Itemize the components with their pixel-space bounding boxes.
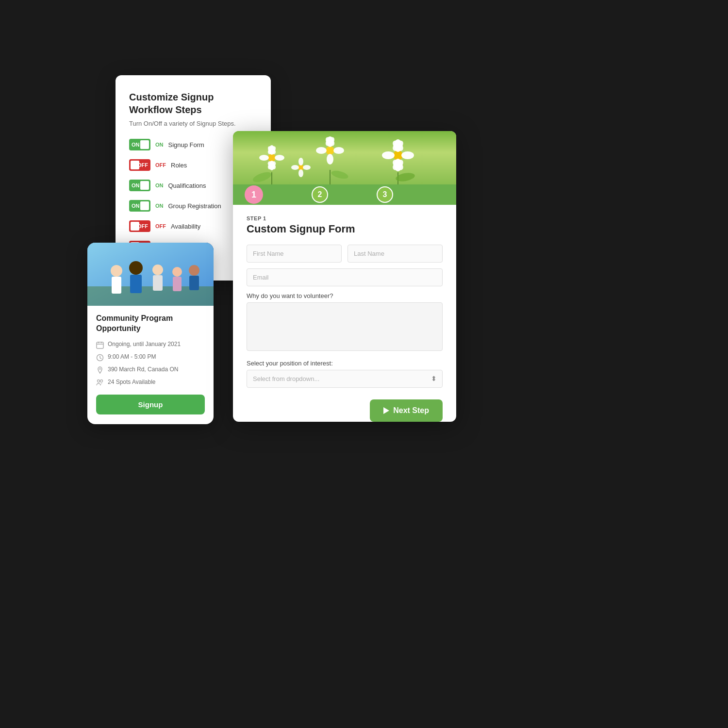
svg-point-2 xyxy=(111,265,122,277)
customize-subtitle: Turn On/Off a variety of Signup Steps. xyxy=(129,120,257,127)
toggle-signup-form[interactable]: ON xyxy=(129,139,150,150)
toggle-status-availability: OFF xyxy=(155,223,166,229)
toggle-group-registration[interactable]: ON xyxy=(129,200,150,212)
select-wrapper: Select from dropdown... ⬍ xyxy=(247,370,443,388)
toggle-on-label: ON xyxy=(132,182,140,188)
people-icon xyxy=(96,379,104,387)
time-row: 9:00 AM - 5:00 PM xyxy=(96,353,205,362)
step-3-number: 3 xyxy=(383,190,387,199)
svg-point-52 xyxy=(303,165,311,170)
location-text: 390 March Rd, Canada ON xyxy=(108,366,178,373)
location-row: 390 March Rd, Canada ON xyxy=(96,366,205,374)
email-row xyxy=(247,268,443,286)
toggle-name-availability: Availability xyxy=(171,223,200,230)
svg-rect-5 xyxy=(130,275,142,293)
svg-point-20 xyxy=(98,380,100,382)
last-name-input[interactable] xyxy=(347,245,443,263)
svg-point-21 xyxy=(100,380,103,382)
toggle-knob xyxy=(140,140,149,149)
textarea-label: Why do you want to volunteer? xyxy=(247,292,443,299)
step-label: STEP 1 xyxy=(247,215,443,221)
volunteer-reason-textarea[interactable] xyxy=(247,302,443,351)
form-body: STEP 1 Custom Signup Form Why do you wan… xyxy=(233,205,456,413)
time-text: 9:00 AM - 5:00 PM xyxy=(108,353,156,360)
mobile-panel: Community Program Opportunity Ongoing, u… xyxy=(87,243,214,424)
svg-rect-11 xyxy=(189,276,199,290)
svg-point-34 xyxy=(327,154,333,165)
flower-image xyxy=(233,131,456,184)
location-icon xyxy=(96,366,104,374)
next-step-button[interactable]: Next Step xyxy=(370,399,443,422)
toggle-name-signup-form: Signup Form xyxy=(168,141,204,149)
spots-row: 24 Spots Available xyxy=(96,379,205,387)
svg-point-36 xyxy=(333,147,344,154)
svg-point-8 xyxy=(172,267,182,277)
svg-point-23 xyxy=(268,154,276,162)
name-row xyxy=(247,245,443,263)
svg-point-43 xyxy=(401,151,414,159)
clock-icon xyxy=(96,354,104,362)
form-panel: 1 2 3 STEP 1 Custom Signup Form Why do y… xyxy=(233,131,456,422)
toggle-name-roles: Roles xyxy=(171,162,187,169)
svg-point-4 xyxy=(129,261,143,275)
date-text: Ongoing, until January 2021 xyxy=(108,341,181,347)
toggle-name-qualifications: Qualifications xyxy=(168,182,206,189)
steps-bar: 1 2 3 xyxy=(233,184,456,205)
customize-title: Customize Signup Workflow Steps xyxy=(129,91,257,116)
mobile-card-content: Community Program Opportunity Ongoing, u… xyxy=(87,306,214,424)
step-2-number: 2 xyxy=(318,190,322,199)
svg-line-18 xyxy=(100,358,101,359)
play-icon xyxy=(383,407,389,414)
next-step-label: Next Step xyxy=(393,406,429,415)
svg-point-42 xyxy=(382,151,395,159)
svg-point-50 xyxy=(298,169,303,177)
step-1-circle[interactable]: 1 xyxy=(245,185,263,204)
toggle-qualifications[interactable]: ON xyxy=(129,180,150,191)
svg-point-27 xyxy=(275,155,284,161)
svg-point-6 xyxy=(152,265,163,275)
step-1-number: 1 xyxy=(251,190,256,200)
calendar-icon xyxy=(96,341,104,349)
toggle-status-group-reg: ON xyxy=(155,203,164,209)
toggle-status-signup-form: ON xyxy=(155,142,164,148)
toggle-off-label: OFF xyxy=(137,223,148,229)
svg-point-51 xyxy=(291,165,299,170)
toggle-roles[interactable]: OFF xyxy=(129,159,150,171)
community-image-svg xyxy=(87,243,214,306)
toggle-on-label: ON xyxy=(132,142,140,148)
svg-point-19 xyxy=(99,368,101,369)
svg-point-10 xyxy=(189,265,199,276)
community-image xyxy=(87,243,214,306)
toggle-knob xyxy=(140,201,149,210)
toggle-status-roles: OFF xyxy=(155,162,166,168)
spots-text: 24 Spots Available xyxy=(108,379,156,385)
svg-rect-9 xyxy=(173,277,182,291)
svg-point-49 xyxy=(298,158,303,165)
step-2-circle[interactable]: 2 xyxy=(312,186,328,203)
date-row: Ongoing, until January 2021 xyxy=(96,341,205,349)
svg-rect-12 xyxy=(97,342,103,348)
toggle-availability[interactable]: OFF xyxy=(129,220,150,232)
toggle-knob xyxy=(140,181,149,190)
toggle-off-label: OFF xyxy=(137,162,148,168)
toggle-name-group-reg: Group Registration xyxy=(168,202,221,210)
toggle-status-qualifications: ON xyxy=(155,182,164,188)
flower-svg xyxy=(233,131,456,184)
toggle-on-label: ON xyxy=(132,203,140,209)
svg-point-26 xyxy=(259,155,269,161)
svg-point-32 xyxy=(326,146,334,155)
svg-rect-7 xyxy=(153,275,163,291)
select-label: Select your position of interest: xyxy=(247,360,443,367)
svg-point-35 xyxy=(316,147,327,154)
email-input[interactable] xyxy=(247,268,443,286)
position-select[interactable]: Select from dropdown... xyxy=(247,370,443,388)
form-title: Custom Signup Form xyxy=(247,222,443,236)
signup-button[interactable]: Signup xyxy=(96,395,205,414)
first-name-input[interactable] xyxy=(247,245,342,263)
mobile-card-title: Community Program Opportunity xyxy=(96,314,205,334)
step-3-circle[interactable]: 3 xyxy=(377,186,393,203)
svg-rect-3 xyxy=(112,277,121,294)
